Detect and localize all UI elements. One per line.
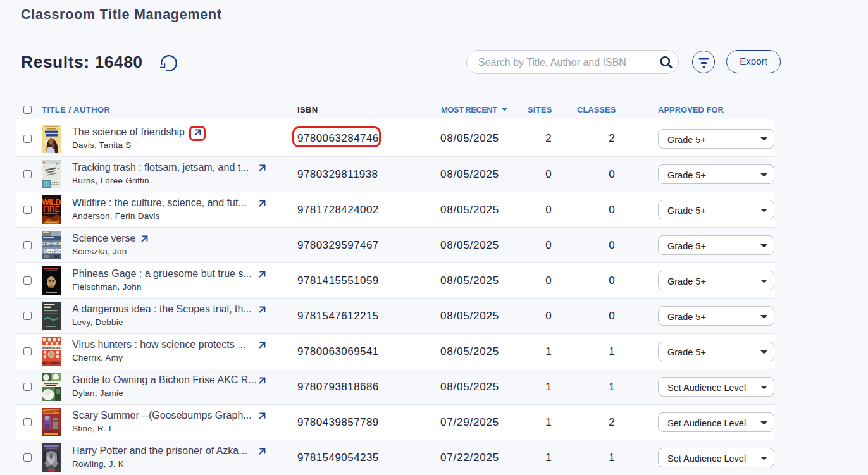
svg-text:SCIENCE: SCIENCE [42, 240, 61, 247]
svg-text:VIRUS HUNTERS: VIRUS HUNTERS [42, 346, 61, 349]
svg-text:VERSE: VERSE [44, 248, 61, 254]
svg-text:AMY CHERRIX: AMY CHERRIX [42, 361, 60, 364]
svg-text:FIRE: FIRE [43, 205, 60, 214]
